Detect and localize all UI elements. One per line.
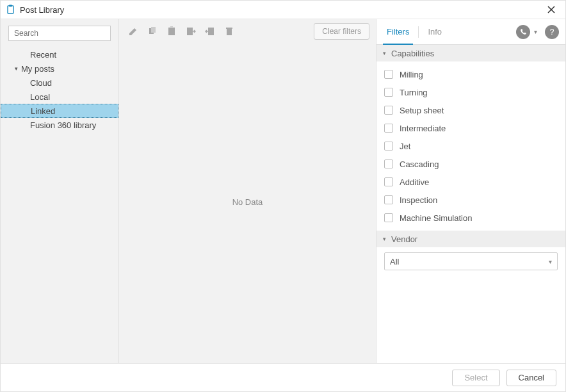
no-data-label: No Data [119,197,376,207]
tab-info[interactable]: Info [424,19,446,45]
checkbox-icon [384,177,393,186]
capability-additive[interactable]: Additive [376,173,565,191]
app-icon [6,4,16,15]
capabilities-list: Milling Turning Setup sheet Intermediate… [376,61,565,231]
section-capabilities[interactable]: ▾ Capabilities [376,45,565,61]
capability-label: Intermediate [400,124,446,133]
export-icon[interactable] [202,24,218,39]
vendor-select[interactable]: All ▾ [384,252,558,270]
svg-rect-8 [227,29,232,35]
help-icon[interactable]: ? [545,25,559,39]
toolbar: Clear filters [119,19,376,44]
svg-rect-0 [8,6,13,13]
cancel-button[interactable]: Cancel [506,370,556,386]
tree-label: My posts [21,64,54,74]
svg-rect-4 [168,28,175,35]
paste-icon[interactable] [164,24,179,39]
window-title: Post Library [20,5,64,15]
tree-item-recent[interactable]: Recent [1,47,118,61]
right-tabs: Filters Info ▾ ? [376,19,565,45]
capability-label: Jet [400,142,410,151]
capability-milling[interactable]: Milling [376,65,565,83]
select-button[interactable]: Select [452,370,499,386]
phone-icon[interactable] [516,25,530,39]
tree-item-cloud[interactable]: Cloud [1,76,118,90]
tree-item-fusion-library[interactable]: Fusion 360 library [1,118,118,132]
capability-intermediate[interactable]: Intermediate [376,119,565,137]
capability-label: Turning [400,88,428,97]
tree-item-my-posts[interactable]: ▾My posts [1,61,118,76]
chevron-down-icon: ▾ [12,65,20,72]
checkbox-icon [384,159,393,168]
capability-label: Cascading [400,159,439,169]
clear-filters-button[interactable]: Clear filters [314,23,369,40]
import-icon[interactable] [183,24,198,39]
capability-cascading[interactable]: Cascading [376,155,565,173]
tree-label: Fusion 360 library [30,120,96,130]
checkbox-icon [384,88,393,97]
checkbox-icon [384,124,393,133]
tree-item-linked[interactable]: Linked [1,104,118,118]
section-title: Vendor [391,234,417,244]
capability-machine-simulation[interactable]: Machine Simulation [376,209,565,227]
section-vendor[interactable]: ▾ Vendor [376,231,565,247]
trash-icon[interactable] [222,24,237,39]
tree-item-local[interactable]: Local [1,90,118,104]
close-button[interactable] [542,1,560,19]
chevron-down-icon: ▾ [549,258,552,265]
checkbox-icon [384,106,393,115]
tree-label: Recent [30,50,56,60]
svg-rect-1 [9,5,12,7]
tab-divider [418,26,419,38]
copy-icon[interactable] [145,24,160,39]
svg-rect-9 [226,28,232,29]
checkbox-icon [384,213,393,222]
titlebar: Post Library [1,1,565,19]
middle-panel: Clear filters No Data [118,19,376,363]
edit-icon[interactable] [125,24,141,39]
right-panel: Filters Info ▾ ? ▾ Capabilities Milling … [376,19,565,363]
dropdown-caret-icon[interactable]: ▾ [534,28,537,35]
search-input[interactable] [8,26,111,41]
vendor-value: All [390,257,399,266]
section-title: Capabilities [391,49,434,58]
svg-rect-3 [151,27,156,33]
tree-label: Cloud [30,78,52,88]
svg-rect-6 [187,28,193,35]
chevron-down-icon: ▾ [383,236,386,242]
checkbox-icon [384,142,393,151]
capability-label: Setup sheet [400,106,444,115]
svg-rect-5 [170,26,173,28]
svg-rect-7 [208,28,214,35]
capability-inspection[interactable]: Inspection [376,191,565,209]
capability-label: Inspection [400,195,437,205]
checkbox-icon [384,70,393,79]
capability-setup-sheet[interactable]: Setup sheet [376,101,565,119]
results-area: No Data [119,44,376,363]
post-library-window: Post Library Recent ▾My posts Cloud Loca… [0,0,566,392]
chevron-down-icon: ▾ [383,50,386,56]
footer: Select Cancel [1,363,565,391]
capability-jet[interactable]: Jet [376,137,565,155]
capability-label: Machine Simulation [400,213,472,223]
library-tree: Recent ▾My posts Cloud Local Linked Fusi… [1,47,118,132]
capability-label: Additive [400,177,429,187]
capability-turning[interactable]: Turning [376,83,565,101]
tree-label: Linked [31,106,55,116]
capability-label: Milling [400,70,423,79]
left-panel: Recent ▾My posts Cloud Local Linked Fusi… [1,19,118,363]
checkbox-icon [384,195,393,204]
tree-label: Local [30,92,50,102]
tab-filters[interactable]: Filters [383,19,413,45]
